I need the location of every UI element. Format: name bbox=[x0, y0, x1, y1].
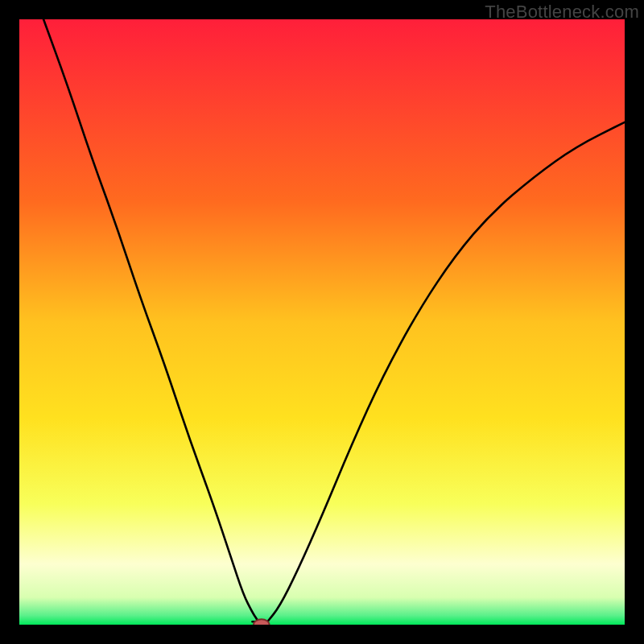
chart-frame: TheBottleneck.com bbox=[0, 0, 644, 644]
watermark-text: TheBottleneck.com bbox=[485, 2, 639, 23]
chart-background-gradient bbox=[19, 19, 625, 625]
chart-plot-area bbox=[19, 19, 625, 625]
optimum-marker bbox=[254, 619, 270, 625]
chart-svg bbox=[19, 19, 625, 625]
